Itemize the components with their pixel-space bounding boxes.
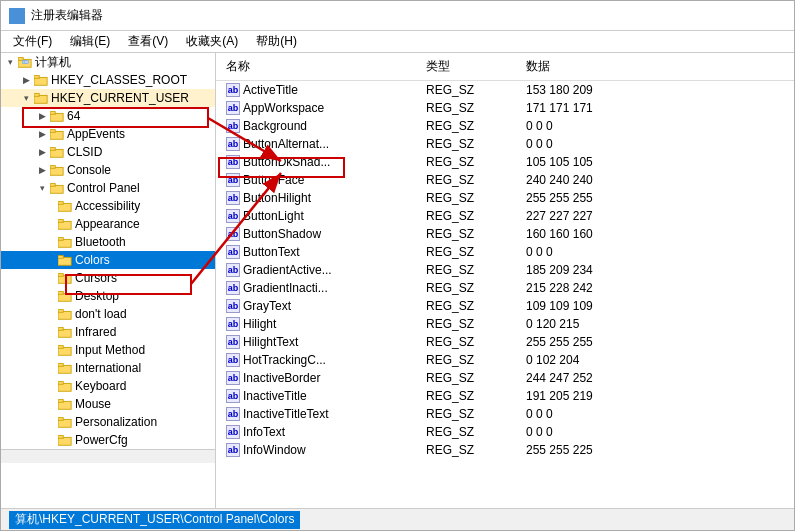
menu-view[interactable]: 查看(V) — [120, 31, 176, 52]
tree-item-mouse[interactable]: Mouse — [1, 395, 215, 413]
value-name: ButtonAlternat... — [243, 137, 329, 151]
cell-data: 215 228 242 — [522, 280, 788, 296]
cell-data: 0 0 0 — [522, 118, 788, 134]
reg-value-icon: ab — [226, 101, 240, 115]
tree-item-hkey-current-user[interactable]: ▾ HKEY_CURRENT_USER — [1, 89, 215, 107]
table-row[interactable]: abButtonDkShad...REG_SZ105 105 105 — [216, 153, 794, 171]
table-row[interactable]: abButtonLightREG_SZ227 227 227 — [216, 207, 794, 225]
tree-label-appevents: AppEvents — [67, 127, 125, 141]
reg-value-icon: ab — [226, 245, 240, 259]
status-bar: 算机\HKEY_CURRENT_USER\Control Panel\Color… — [1, 508, 794, 530]
tree-item-powercfg[interactable]: PowerCfg — [1, 431, 215, 449]
tree-item-accessibility[interactable]: Accessibility — [1, 197, 215, 215]
value-name: InfoWindow — [243, 443, 306, 457]
folder-icon-console — [49, 163, 65, 177]
folder-icon-powercfg — [57, 433, 73, 447]
table-row[interactable]: abButtonAlternat...REG_SZ0 0 0 — [216, 135, 794, 153]
tree-item-infrared[interactable]: Infrared — [1, 323, 215, 341]
reg-value-icon: ab — [226, 209, 240, 223]
tree-item-bluetooth[interactable]: Bluetooth — [1, 233, 215, 251]
cell-name: abHotTrackingC... — [222, 352, 422, 368]
table-row[interactable]: abBackgroundREG_SZ0 0 0 — [216, 117, 794, 135]
cell-name: abButtonText — [222, 244, 422, 260]
tree-item-keyboard[interactable]: Keyboard — [1, 377, 215, 395]
reg-value-icon: ab — [226, 83, 240, 97]
folder-icon-current-user — [33, 91, 49, 105]
registry-tree[interactable]: ▾ 计算机 ▶ HKEY_CLASSES_ROOT — [1, 53, 216, 508]
cell-name: abHilight — [222, 316, 422, 332]
table-row[interactable]: abInactiveTitleREG_SZ191 205 219 — [216, 387, 794, 405]
table-row[interactable]: abInfoTextREG_SZ0 0 0 — [216, 423, 794, 441]
cell-data: 109 109 109 — [522, 298, 788, 314]
value-name: GrayText — [243, 299, 291, 313]
table-row[interactable]: abHilightREG_SZ0 120 215 — [216, 315, 794, 333]
table-row[interactable]: abButtonHilightREG_SZ255 255 255 — [216, 189, 794, 207]
table-row[interactable]: abGradientInacti...REG_SZ215 228 242 — [216, 279, 794, 297]
table-row[interactable]: abHilightTextREG_SZ255 255 255 — [216, 333, 794, 351]
svg-rect-0 — [11, 10, 16, 15]
tree-label-hkey-current-user: HKEY_CURRENT_USER — [51, 91, 189, 105]
tree-item-hkey-classes-root[interactable]: ▶ HKEY_CLASSES_ROOT — [1, 71, 215, 89]
tree-label-input-method: Input Method — [75, 343, 145, 357]
tree-item-console[interactable]: ▶ Console — [1, 161, 215, 179]
cell-data: 105 105 105 — [522, 154, 788, 170]
registry-values-panel: 名称 类型 数据 abActiveTitleREG_SZ153 180 209a… — [216, 53, 794, 508]
tree-item-64[interactable]: ▶ 64 — [1, 107, 215, 125]
reg-value-icon: ab — [226, 263, 240, 277]
tree-item-colors[interactable]: Colors — [1, 251, 215, 269]
tree-item-appearance[interactable]: Appearance — [1, 215, 215, 233]
cell-name: abGradientActive... — [222, 262, 422, 278]
svg-rect-45 — [58, 346, 63, 349]
tree-label-infrared: Infrared — [75, 325, 116, 339]
table-row[interactable]: abGrayTextREG_SZ109 109 109 — [216, 297, 794, 315]
arrow-clsid: ▶ — [35, 145, 49, 159]
tree-item-clsid[interactable]: ▶ CLSID — [1, 143, 215, 161]
cell-name: abInactiveBorder — [222, 370, 422, 386]
folder-icon-desktop — [57, 289, 73, 303]
tree-item-dont-load[interactable]: don't load — [1, 305, 215, 323]
svg-rect-31 — [58, 220, 63, 223]
cell-data: 171 171 171 — [522, 100, 788, 116]
col-header-name: 名称 — [222, 56, 422, 77]
table-row[interactable]: abInfoWindowREG_SZ255 255 225 — [216, 441, 794, 459]
table-row[interactable]: abAppWorkspaceREG_SZ171 171 171 — [216, 99, 794, 117]
arrow-console: ▶ — [35, 163, 49, 177]
table-row[interactable]: abButtonShadowREG_SZ160 160 160 — [216, 225, 794, 243]
tree-item-input-method[interactable]: Input Method — [1, 341, 215, 359]
tree-item-computer[interactable]: ▾ 计算机 — [1, 53, 215, 71]
table-row[interactable]: abButtonFaceREG_SZ240 240 240 — [216, 171, 794, 189]
menu-help[interactable]: 帮助(H) — [248, 31, 305, 52]
status-path-text: 算机\HKEY_CURRENT_USER\Control Panel\Color… — [15, 511, 294, 528]
svg-rect-47 — [58, 364, 63, 367]
table-row[interactable]: abButtonTextREG_SZ0 0 0 — [216, 243, 794, 261]
cell-type: REG_SZ — [422, 424, 522, 440]
table-row[interactable]: abHotTrackingC...REG_SZ0 102 204 — [216, 351, 794, 369]
cell-type: REG_SZ — [422, 82, 522, 98]
cell-type: REG_SZ — [422, 262, 522, 278]
tree-item-international[interactable]: International — [1, 359, 215, 377]
tree-item-desktop[interactable]: Desktop — [1, 287, 215, 305]
table-row[interactable]: abActiveTitleREG_SZ153 180 209 — [216, 81, 794, 99]
tree-item-personalization[interactable]: Personalization — [1, 413, 215, 431]
table-row[interactable]: abInactiveBorderREG_SZ244 247 252 — [216, 369, 794, 387]
table-row[interactable]: abInactiveTitleTextREG_SZ0 0 0 — [216, 405, 794, 423]
horizontal-scrollbar[interactable] — [1, 449, 215, 463]
cell-type: REG_SZ — [422, 136, 522, 152]
folder-icon-personalization — [57, 415, 73, 429]
menu-file[interactable]: 文件(F) — [5, 31, 60, 52]
tree-item-appevents[interactable]: ▶ AppEvents — [1, 125, 215, 143]
table-row[interactable]: abGradientActive...REG_SZ185 209 234 — [216, 261, 794, 279]
value-name: ActiveTitle — [243, 83, 298, 97]
menu-favorites[interactable]: 收藏夹(A) — [178, 31, 246, 52]
menu-edit[interactable]: 编辑(E) — [62, 31, 118, 52]
tree-item-control-panel[interactable]: ▾ Control Panel — [1, 179, 215, 197]
folder-icon-infrared — [57, 325, 73, 339]
tree-item-cursors[interactable]: Cursors — [1, 269, 215, 287]
svg-rect-17 — [34, 94, 39, 97]
svg-rect-13 — [24, 60, 28, 64]
cell-type: REG_SZ — [422, 280, 522, 296]
cell-data: 153 180 209 — [522, 82, 788, 98]
tree-label-bluetooth: Bluetooth — [75, 235, 126, 249]
tree-label-control-panel: Control Panel — [67, 181, 140, 195]
folder-icon-control-panel — [49, 181, 65, 195]
